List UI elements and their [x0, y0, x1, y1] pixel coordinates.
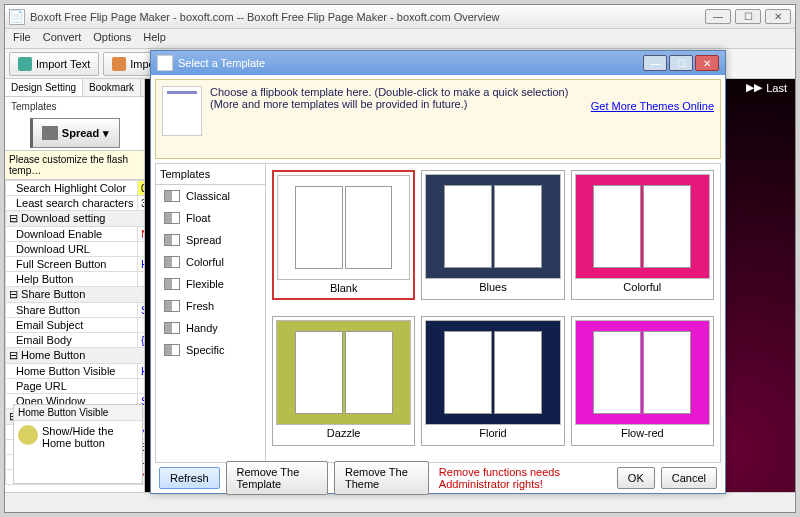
- thumb-preview: [277, 175, 410, 280]
- thumb-florid[interactable]: Florid: [421, 316, 564, 446]
- menu-options[interactable]: Options: [93, 31, 131, 46]
- category-classical[interactable]: Classical: [156, 185, 265, 207]
- template-category-list: Templates ClassicalFloatSpreadColorfulFl…: [156, 164, 266, 462]
- thumb-caption: Dazzle: [327, 427, 361, 439]
- hint-panel: Home Button Visible Show/Hide the Home b…: [13, 404, 143, 484]
- hint-icon: [18, 425, 38, 445]
- property-label: Email Body: [6, 333, 138, 348]
- admin-rights-warning: Remove functions needs Addministrator ri…: [439, 466, 605, 490]
- thumb-caption: Blues: [479, 281, 507, 293]
- dialog-info-panel: Choose a flipbook template here. (Double…: [155, 79, 721, 159]
- category-specific[interactable]: Specific: [156, 339, 265, 361]
- category-icon: [164, 190, 180, 202]
- dialog-icon: [157, 55, 173, 71]
- hint-title: Home Button Visible: [14, 405, 142, 421]
- category-handy[interactable]: Handy: [156, 317, 265, 339]
- property-label: Least search characters: [6, 196, 138, 211]
- main-titlebar: 📄 Boxoft Free Flip Page Maker - boxoft.c…: [5, 5, 795, 29]
- category-icon: [164, 256, 180, 268]
- spread-dropdown[interactable]: Spread ▾: [30, 118, 120, 148]
- tab-design-setting[interactable]: Design Setting: [5, 79, 83, 96]
- property-value[interactable]: [138, 242, 146, 257]
- property-label: Email Subject: [6, 318, 138, 333]
- info-book-icon: [162, 86, 202, 136]
- property-section: ⊟ Download setting: [6, 211, 146, 227]
- category-colorful[interactable]: Colorful: [156, 251, 265, 273]
- property-value[interactable]: Hide: [138, 364, 146, 379]
- app-icon: 📄: [9, 9, 25, 25]
- select-template-dialog: Select a Template — ☐ ✕ Choose a flipboo…: [150, 50, 726, 494]
- maximize-button[interactable]: ☐: [735, 9, 761, 24]
- cancel-button[interactable]: Cancel: [661, 467, 717, 489]
- hint-text: Show/Hide the Home button: [42, 425, 138, 449]
- property-section: ⊟ Share Button: [6, 287, 146, 303]
- get-more-themes-link[interactable]: Get More Themes Online: [591, 100, 714, 112]
- thumb-colorful[interactable]: Colorful: [571, 170, 714, 300]
- property-value[interactable]: Hide: [138, 257, 146, 272]
- thumb-blues[interactable]: Blues: [421, 170, 564, 300]
- category-icon: [164, 212, 180, 224]
- dialog-footer: Refresh Remove The Template Remove The T…: [151, 463, 725, 493]
- import2-icon: [112, 57, 126, 71]
- import-icon: [18, 57, 32, 71]
- category-fresh[interactable]: Fresh: [156, 295, 265, 317]
- thumb-dazzle[interactable]: Dazzle: [272, 316, 415, 446]
- category-icon: [164, 278, 180, 290]
- dialog-maximize-button[interactable]: ☐: [669, 55, 693, 71]
- window-title: Boxoft Free Flip Page Maker - boxoft.com…: [30, 11, 705, 23]
- minimize-button[interactable]: —: [705, 9, 731, 24]
- category-icon: [164, 322, 180, 334]
- menu-file[interactable]: File: [13, 31, 31, 46]
- remove-template-button[interactable]: Remove The Template: [226, 461, 328, 495]
- property-value[interactable]: [138, 272, 146, 287]
- thumb-preview: [575, 320, 710, 425]
- property-value[interactable]: No: [138, 227, 146, 242]
- property-value[interactable]: {link}: [138, 333, 146, 348]
- thumb-preview: [425, 174, 560, 279]
- category-icon: [164, 344, 180, 356]
- remove-theme-button[interactable]: Remove The Theme: [334, 461, 429, 495]
- menu-convert[interactable]: Convert: [43, 31, 82, 46]
- ok-button[interactable]: OK: [617, 467, 655, 489]
- thumb-blank[interactable]: Blank: [272, 170, 415, 300]
- tab-bookmark[interactable]: Bookmark: [83, 79, 141, 96]
- category-flexible[interactable]: Flexible: [156, 273, 265, 295]
- templates-header: Templates: [156, 164, 265, 185]
- refresh-button[interactable]: Refresh: [159, 467, 220, 489]
- property-value[interactable]: 0x: [138, 181, 146, 196]
- property-label: Share Button: [6, 303, 138, 318]
- info-line2: (More and more templates will be provide…: [210, 98, 583, 110]
- thumb-preview: [575, 174, 710, 279]
- thumb-caption: Flow-red: [621, 427, 664, 439]
- category-icon: [164, 234, 180, 246]
- customize-message: Please customize the flash temp…: [5, 150, 144, 180]
- chevron-down-icon: ▾: [103, 127, 109, 140]
- property-label: Download Enable: [6, 227, 138, 242]
- dialog-minimize-button[interactable]: —: [643, 55, 667, 71]
- category-icon: [164, 300, 180, 312]
- thumb-preview: [425, 320, 560, 425]
- nav-last-button[interactable]: ▶▶Last: [746, 81, 787, 94]
- property-label: Help Button: [6, 272, 138, 287]
- property-value[interactable]: [138, 379, 146, 394]
- templates-label: Templates: [5, 97, 144, 116]
- category-float[interactable]: Float: [156, 207, 265, 229]
- dialog-main: Templates ClassicalFloatSpreadColorfulFl…: [155, 163, 721, 463]
- menubar: File Convert Options Help: [5, 29, 795, 49]
- spread-icon: [42, 126, 58, 140]
- dialog-close-button[interactable]: ✕: [695, 55, 719, 71]
- property-value[interactable]: 3: [138, 196, 146, 211]
- property-value[interactable]: Show: [138, 303, 146, 318]
- property-label: Search Highlight Color: [6, 181, 138, 196]
- property-value[interactable]: [138, 318, 146, 333]
- dialog-title: Select a Template: [178, 57, 643, 69]
- thumb-caption: Florid: [479, 427, 507, 439]
- menu-help[interactable]: Help: [143, 31, 166, 46]
- import-text-button[interactable]: Import Text: [9, 52, 99, 76]
- category-spread[interactable]: Spread: [156, 229, 265, 251]
- statusbar: [5, 492, 795, 512]
- thumb-flow-red[interactable]: Flow-red: [571, 316, 714, 446]
- property-label: Home Button Visible: [6, 364, 138, 379]
- property-label: Full Screen Button: [6, 257, 138, 272]
- close-button[interactable]: ✕: [765, 9, 791, 24]
